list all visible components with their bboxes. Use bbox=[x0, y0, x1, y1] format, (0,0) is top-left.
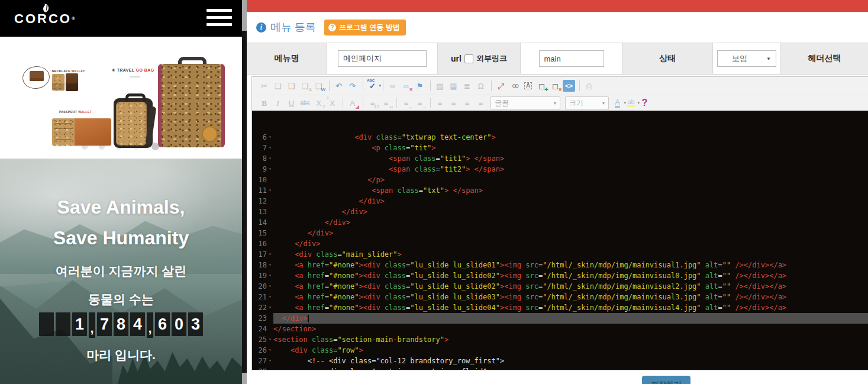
image-icon[interactable]: ▨ bbox=[434, 80, 446, 92]
code-line-25[interactable]: 25▾<section class="section-main-brandsto… bbox=[252, 334, 868, 345]
fold-arrow-icon[interactable]: ▾ bbox=[267, 302, 273, 313]
fold-arrow-icon[interactable]: ▾ bbox=[267, 270, 273, 281]
fold-arrow-icon[interactable]: ▾ bbox=[267, 356, 273, 366]
separator[interactable] bbox=[430, 98, 431, 108]
font-size-dropdown[interactable]: 크기▾ bbox=[565, 96, 609, 110]
fold-arrow-icon[interactable]: ▾ bbox=[267, 345, 273, 356]
code-line-24[interactable]: 24</section> bbox=[252, 324, 868, 334]
code-line-26[interactable]: 26▾ <div class="row"> bbox=[252, 345, 868, 356]
preview-scrollbar[interactable] bbox=[242, 0, 247, 384]
cut-icon[interactable]: ✂ bbox=[258, 80, 270, 92]
separator[interactable] bbox=[329, 80, 330, 91]
scrollbar-thumb[interactable] bbox=[242, 31, 247, 373]
fold-arrow-icon[interactable]: ▾ bbox=[267, 334, 273, 345]
code-line-23[interactable]: 23 </div> bbox=[252, 313, 868, 324]
code-line-10[interactable]: 10 </p> bbox=[252, 175, 868, 185]
copy-icon[interactable]: ❏ bbox=[272, 80, 284, 92]
fold-arrow-icon[interactable]: ▾ bbox=[267, 292, 273, 302]
code-line-19[interactable]: 19▾ <a href="#none"><div class="lu_slide… bbox=[252, 270, 868, 281]
align-center-icon[interactable]: ≡ bbox=[447, 97, 460, 109]
spellcheck-icon[interactable]: ABC✓▾ bbox=[366, 80, 379, 92]
fold-arrow-icon[interactable]: ▾ bbox=[267, 249, 273, 260]
code-line-27[interactable]: 27▾ <!-- <div class="col-12 brandstory_r… bbox=[252, 356, 868, 366]
source-code-icon[interactable]: <> bbox=[563, 80, 575, 92]
subscript-icon[interactable]: X2 bbox=[312, 97, 325, 109]
code-line-28[interactable]: 28 <div class="container container-fluid… bbox=[252, 366, 868, 370]
fullscreen-icon[interactable]: ⤢ bbox=[495, 80, 507, 92]
align-justify-icon[interactable]: ≡ bbox=[475, 97, 487, 109]
separator[interactable] bbox=[383, 80, 383, 91]
code-line-22[interactable]: 22▾ <a href="#none"><div class="lu_slide… bbox=[252, 302, 868, 313]
comment-remove-icon[interactable]: ◻✕ bbox=[549, 80, 562, 92]
unlink-icon[interactable]: ∞✕ bbox=[400, 80, 412, 92]
strikethrough-icon[interactable]: abc bbox=[299, 97, 311, 109]
separator[interactable] bbox=[363, 98, 363, 108]
fold-arrow-icon[interactable]: ▾ bbox=[267, 153, 273, 164]
code-line-11[interactable]: 11▾ <span class="txt"> </span> bbox=[252, 185, 868, 196]
comment-add-icon[interactable]: ◻✚ bbox=[535, 80, 548, 92]
indent-icon[interactable]: ≡→ bbox=[414, 97, 426, 109]
separator[interactable] bbox=[491, 80, 492, 91]
italic-icon[interactable]: I bbox=[272, 97, 284, 109]
separator[interactable] bbox=[396, 98, 397, 108]
paste-as-text-icon[interactable]: ❑A bbox=[299, 80, 311, 92]
code-line-9[interactable]: 9▾ <span class="tit2"> </span> bbox=[252, 164, 868, 175]
help-icon[interactable]: ? bbox=[638, 97, 651, 109]
paste-from-word-icon[interactable]: ❑W bbox=[312, 80, 325, 92]
undo-icon[interactable]: ↶ bbox=[333, 80, 345, 92]
superscript-icon[interactable]: 2X bbox=[326, 97, 338, 109]
anchor-icon[interactable]: ⚑ bbox=[414, 80, 426, 92]
link-icon[interactable]: ∞ bbox=[386, 80, 399, 92]
redo-icon[interactable]: ↷ bbox=[346, 80, 359, 92]
separator[interactable] bbox=[363, 80, 363, 91]
external-link-checkbox[interactable] bbox=[464, 54, 473, 63]
unordered-list-icon[interactable]: ≡•• bbox=[380, 97, 392, 109]
print-icon[interactable]: ⎙ bbox=[583, 80, 595, 92]
font-family-dropdown[interactable]: 글꼴▾ bbox=[491, 96, 560, 110]
paste-icon[interactable]: ❑ bbox=[285, 80, 298, 92]
code-line-8[interactable]: 8▾ <span class="tit1"> </span> bbox=[252, 153, 868, 164]
horizontal-rule-icon[interactable]: ≣ bbox=[461, 80, 473, 92]
highlight-color-icon[interactable]: ab▾ bbox=[625, 97, 637, 109]
align-left-icon[interactable]: ≡ bbox=[434, 97, 446, 109]
menu-name-input[interactable] bbox=[338, 50, 427, 67]
outdent-icon[interactable]: ≡← bbox=[400, 97, 412, 109]
code-line-12[interactable]: 12 </div> bbox=[252, 196, 868, 206]
code-line-13[interactable]: 13 </div> bbox=[252, 206, 868, 217]
align-right-icon[interactable]: ≡ bbox=[461, 97, 473, 109]
separator[interactable] bbox=[343, 98, 343, 108]
code-line-7[interactable]: 7▾ <p class="tit"> bbox=[252, 143, 868, 153]
separator[interactable] bbox=[430, 80, 431, 91]
status-select[interactable]: 보임 ▼ bbox=[717, 50, 776, 67]
source-code-editor[interactable]: 6▾ <div class="txtwrap text-center">7▾ <… bbox=[252, 111, 868, 370]
corco-logo[interactable]: CORCO® bbox=[13, 2, 78, 25]
font-color-icon[interactable]: A▾ bbox=[611, 97, 624, 109]
select-all-icon[interactable]: A bbox=[522, 80, 534, 92]
find-replace-icon[interactable]: ⊙⊙ bbox=[508, 80, 521, 92]
code-line-15[interactable]: 15 </div> bbox=[252, 228, 868, 238]
fold-arrow-icon[interactable]: ▾ bbox=[267, 260, 273, 270]
product-slider[interactable]: NECKLACE WALLET ✳ TRAVEL GO BAG PASSPORT… bbox=[0, 37, 242, 159]
table-icon[interactable]: ▦ bbox=[447, 80, 460, 92]
code-line-18[interactable]: 18▾ <a href="#none"><div class="lu_slide… bbox=[252, 260, 868, 270]
fold-arrow-icon[interactable]: ▾ bbox=[267, 143, 273, 153]
fold-arrow-icon[interactable]: ▾ bbox=[267, 185, 273, 196]
remove-format-icon[interactable]: A◢ bbox=[346, 97, 359, 109]
program-link-help-button[interactable]: ? 프로그램 연동 방법 bbox=[324, 20, 406, 36]
code-line-16[interactable]: 16 </div> bbox=[252, 238, 868, 249]
ordered-list-icon[interactable]: ≡12 bbox=[366, 97, 379, 109]
underline-icon[interactable]: U bbox=[285, 97, 298, 109]
fold-arrow-icon[interactable]: ▾ bbox=[267, 164, 273, 175]
code-line-20[interactable]: 20▾ <a href="#none"><div class="lu_slide… bbox=[252, 281, 868, 292]
hamburger-menu-icon[interactable] bbox=[206, 9, 232, 27]
code-line-6[interactable]: 6▾ <div class="txtwrap text-center"> bbox=[252, 132, 868, 143]
bold-icon[interactable]: B bbox=[258, 97, 270, 109]
code-line-14[interactable]: 14 </div> bbox=[252, 217, 868, 228]
code-line-21[interactable]: 21▾ <a href="#none"><div class="lu_slide… bbox=[252, 292, 868, 302]
fold-arrow-icon[interactable]: ▾ bbox=[267, 281, 273, 292]
url-input[interactable] bbox=[539, 50, 604, 67]
fold-arrow-icon[interactable]: ▾ bbox=[267, 132, 273, 143]
code-line-17[interactable]: 17▾ <div class="main_slider"> bbox=[252, 249, 868, 260]
separator[interactable] bbox=[579, 80, 580, 91]
special-char-icon[interactable]: Ω bbox=[475, 80, 487, 92]
